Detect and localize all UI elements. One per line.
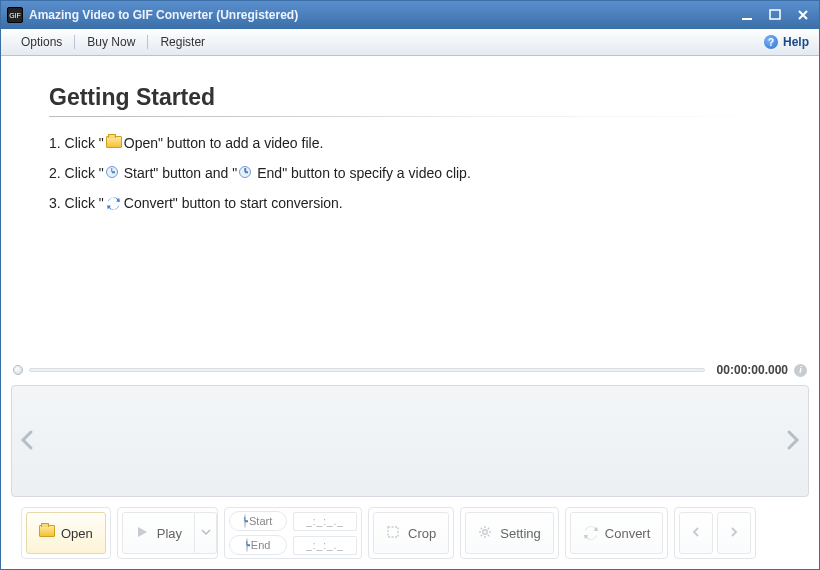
time-display: 00:00:00.000: [717, 363, 788, 377]
close-button[interactable]: [793, 7, 813, 23]
nav-group: [674, 507, 756, 559]
crop-icon: [386, 525, 402, 541]
play-group: Play: [117, 507, 218, 559]
prev-button[interactable]: [679, 512, 713, 554]
menu-register[interactable]: Register: [150, 35, 215, 49]
start-time-field[interactable]: _:_:_._: [293, 512, 357, 531]
folder-icon: [106, 136, 122, 150]
svg-line-8: [481, 528, 482, 529]
titlebar: GIF Amazing Video to GIF Converter (Unre…: [1, 1, 819, 29]
convert-icon: [106, 196, 122, 210]
play-label: Play: [157, 526, 182, 541]
setting-button[interactable]: Setting: [465, 512, 553, 554]
preview-prev-button[interactable]: [18, 429, 36, 454]
end-time-field[interactable]: _:_:_._: [293, 536, 357, 555]
menu-options[interactable]: Options: [11, 35, 72, 49]
setting-label: Setting: [500, 526, 540, 541]
clock-icon: [246, 539, 248, 551]
svg-line-9: [488, 535, 489, 536]
menubar: Options Buy Now Register ? Help: [1, 29, 819, 56]
help-label: Help: [783, 35, 809, 49]
range-group: Start _:_:_._ End _:_:_._: [224, 507, 362, 559]
svg-rect-0: [742, 18, 752, 20]
convert-label: Convert: [605, 526, 651, 541]
step-1: 1. Click " Open" button to add a video f…: [49, 135, 771, 151]
window-controls: [737, 7, 813, 23]
gear-icon: [478, 525, 494, 541]
chevron-down-icon: [199, 525, 213, 542]
maximize-button[interactable]: [765, 7, 785, 23]
minimize-button[interactable]: [737, 7, 757, 23]
clock-icon: [239, 166, 255, 180]
menu-buy-now[interactable]: Buy Now: [77, 35, 145, 49]
getting-started-panel: Getting Started 1. Click " Open" button …: [9, 84, 811, 225]
play-icon: [135, 525, 151, 541]
open-group: Open: [21, 507, 111, 559]
crop-button[interactable]: Crop: [373, 512, 449, 554]
preview-strip: [11, 385, 809, 497]
step-2: 2. Click " Start" button and " End" butt…: [49, 165, 771, 181]
open-label: Open: [61, 526, 93, 541]
content-area: Getting Started 1. Click " Open" button …: [1, 56, 819, 569]
start-button[interactable]: Start: [229, 511, 287, 531]
toolbar: Open Play Start: [9, 497, 811, 569]
timeline: 00:00:00.000 i: [9, 359, 811, 381]
clock-icon: [244, 515, 246, 527]
window-title: Amazing Video to GIF Converter (Unregist…: [29, 8, 737, 22]
svg-line-11: [481, 535, 482, 536]
setting-group: Setting: [460, 507, 558, 559]
chevron-left-icon: [689, 525, 703, 542]
open-button[interactable]: Open: [26, 512, 106, 554]
getting-started-title: Getting Started: [49, 84, 771, 117]
convert-group: Convert: [565, 507, 669, 559]
folder-icon: [39, 525, 55, 541]
next-button[interactable]: [717, 512, 751, 554]
info-icon[interactable]: i: [794, 364, 807, 377]
end-label: End: [251, 539, 271, 551]
start-label: Start: [249, 515, 272, 527]
help-icon: ?: [764, 35, 778, 49]
crop-group: Crop: [368, 507, 454, 559]
clock-icon: [106, 166, 122, 180]
step-3: 3. Click " Convert" button to start conv…: [49, 195, 771, 211]
app-window: GIF Amazing Video to GIF Converter (Unre…: [0, 0, 820, 570]
svg-line-10: [488, 528, 489, 529]
svg-point-3: [483, 530, 487, 534]
help-link[interactable]: ? Help: [764, 35, 809, 49]
convert-button[interactable]: Convert: [570, 512, 664, 554]
timeline-handle[interactable]: [13, 365, 23, 375]
menu-separator: [74, 35, 75, 49]
timeline-track[interactable]: [29, 368, 705, 372]
svg-rect-1: [770, 10, 780, 19]
end-button[interactable]: End: [229, 535, 287, 555]
menu-separator: [147, 35, 148, 49]
play-button[interactable]: Play: [122, 512, 195, 554]
app-icon: GIF: [7, 7, 23, 23]
convert-icon: [583, 525, 599, 541]
play-dropdown[interactable]: [195, 512, 217, 554]
chevron-right-icon: [727, 525, 741, 542]
preview-next-button[interactable]: [784, 429, 802, 454]
crop-label: Crop: [408, 526, 436, 541]
svg-rect-2: [388, 527, 398, 537]
